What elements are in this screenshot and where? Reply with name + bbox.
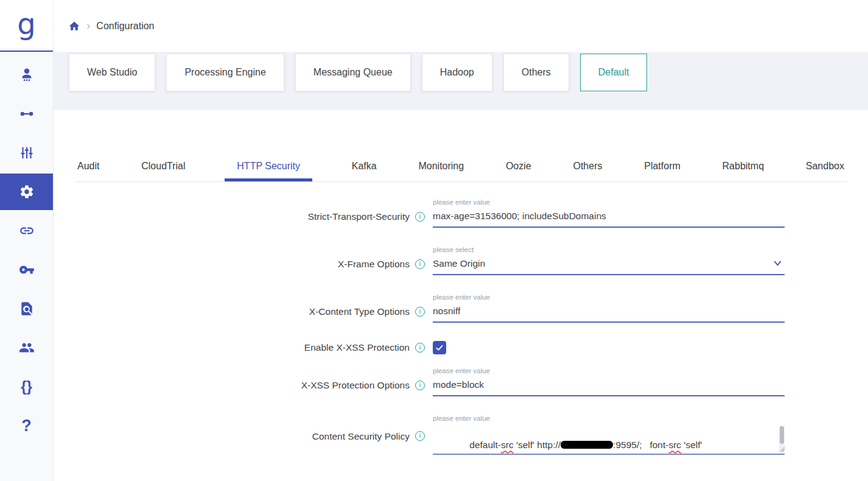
info-icon[interactable]: i — [415, 307, 425, 317]
field-label: X-Content Type Options — [309, 306, 410, 317]
tab-kafka[interactable]: Kafka — [349, 161, 379, 181]
home-icon — [68, 20, 80, 32]
link-icon — [19, 223, 35, 239]
x-frame-options-select[interactable]: Same Origin — [433, 257, 785, 275]
checkmark-icon — [435, 343, 444, 353]
info-icon[interactable]: i — [415, 212, 425, 222]
breadcrumb-separator-icon: › — [86, 19, 90, 32]
sidebar-item-connections[interactable] — [0, 94, 53, 133]
field-hint: please enter value — [433, 415, 785, 423]
http-security-form: Strict-Transport-Security i please enter… — [54, 198, 868, 455]
textarea-resize-handle[interactable] — [779, 446, 785, 452]
document-search-icon — [19, 301, 35, 317]
topbar: › Configuration — [54, 0, 868, 52]
field-label: Enable X-XSS Protection — [304, 342, 410, 353]
field-x-frame-options: X-Frame Options i please select Same Ori… — [54, 246, 868, 275]
tab-rabbitmq[interactable]: Rabbitmq — [720, 161, 766, 181]
node-link-icon — [19, 106, 35, 122]
people-icon — [19, 340, 35, 356]
category-others[interactable]: Others — [503, 54, 569, 91]
x-content-type-options-input[interactable]: nosniff — [433, 304, 785, 323]
breadcrumb-title: Configuration — [96, 21, 154, 32]
content-panel: Audit CloudTrial HTTP Security Kafka Mon… — [54, 110, 868, 481]
sidebar-item-audit-search[interactable] — [0, 289, 53, 328]
logo-g: g — [17, 9, 35, 38]
info-icon[interactable]: i — [415, 431, 425, 441]
sidebar-item-api[interactable]: {} — [0, 367, 53, 406]
chevron-down-icon[interactable] — [773, 259, 782, 268]
user-icon — [19, 67, 35, 83]
category-messaging-queue[interactable]: Messaging Queue — [295, 54, 411, 91]
sidebar-item-users[interactable] — [0, 55, 53, 94]
field-hint: please enter value — [433, 198, 785, 207]
content-security-policy-textarea[interactable]: default-src 'self' http://:9595/; font-s… — [433, 426, 785, 455]
tab-oozie[interactable]: Oozie — [503, 161, 534, 181]
field-label: X-Frame Options — [338, 259, 410, 270]
app-logo[interactable]: g — [0, 0, 53, 52]
category-strip: Web Studio Processing Engine Messaging Q… — [54, 52, 868, 110]
sidebar-item-keys[interactable] — [0, 250, 53, 289]
help-icon: ? — [21, 418, 32, 434]
braces-icon: {} — [21, 379, 32, 394]
sidebar-nav: {} ? — [0, 52, 53, 445]
redacted-ip — [561, 441, 613, 449]
textarea-scrollbar-thumb[interactable] — [780, 426, 784, 444]
main-area: › Configuration Web Studio Processing En… — [54, 0, 868, 481]
sidebar-item-help[interactable]: ? — [0, 406, 53, 445]
sidebar-item-links[interactable] — [0, 211, 53, 250]
info-icon[interactable]: i — [415, 381, 425, 390]
info-icon[interactable]: i — [415, 259, 425, 269]
app-window: g — [0, 0, 868, 481]
field-strict-transport-security: Strict-Transport-Security i please enter… — [54, 198, 868, 228]
tab-sandbox[interactable]: Sandbox — [803, 161, 847, 181]
category-hadoop[interactable]: Hadoop — [422, 54, 492, 91]
enable-x-xss-protection-checkbox[interactable] — [433, 341, 446, 354]
field-hint: please enter value — [433, 367, 785, 376]
field-hint: please enter value — [433, 293, 785, 302]
tab-others[interactable]: Others — [570, 161, 604, 181]
sidebar-item-tuning[interactable] — [0, 133, 53, 172]
field-x-content-type-options: X-Content Type Options i please enter va… — [54, 293, 868, 323]
tab-platform[interactable]: Platform — [642, 161, 683, 181]
tab-monitoring[interactable]: Monitoring — [416, 161, 466, 181]
sidebar-item-groups[interactable] — [0, 328, 53, 367]
field-label: X-XSS Protection Options — [301, 380, 410, 391]
field-label: Content Security Policy — [312, 431, 410, 442]
field-enable-x-xss-protection: Enable X-XSS Protection i — [54, 341, 868, 354]
field-content-security-policy: Content Security Policy i please enter v… — [54, 415, 868, 455]
sidebar: g — [0, 0, 54, 481]
category-web-studio[interactable]: Web Studio — [69, 54, 155, 91]
field-x-xss-protection-options: X-XSS Protection Options i please enter … — [54, 367, 868, 396]
tab-http-security[interactable]: HTTP Security — [225, 161, 312, 181]
x-xss-protection-options-input[interactable]: mode=block — [433, 378, 785, 396]
category-default[interactable]: Default — [580, 54, 648, 91]
tab-cloudtrial[interactable]: CloudTrial — [139, 161, 187, 181]
gear-icon — [19, 184, 35, 200]
strict-transport-security-input[interactable]: max-age=31536000; includeSubDomains — [433, 209, 785, 228]
field-label: Strict-Transport-Security — [308, 211, 410, 222]
category-processing-engine[interactable]: Processing Engine — [166, 54, 284, 91]
info-icon[interactable]: i — [415, 343, 425, 353]
sidebar-item-configuration[interactable] — [0, 174, 53, 210]
sliders-icon — [19, 145, 35, 161]
tab-bar: Audit CloudTrial HTTP Security Kafka Mon… — [75, 161, 847, 182]
key-icon — [19, 262, 35, 278]
field-hint: please select — [433, 246, 785, 255]
home-breadcrumb[interactable] — [68, 20, 80, 32]
tab-audit[interactable]: Audit — [75, 161, 102, 181]
